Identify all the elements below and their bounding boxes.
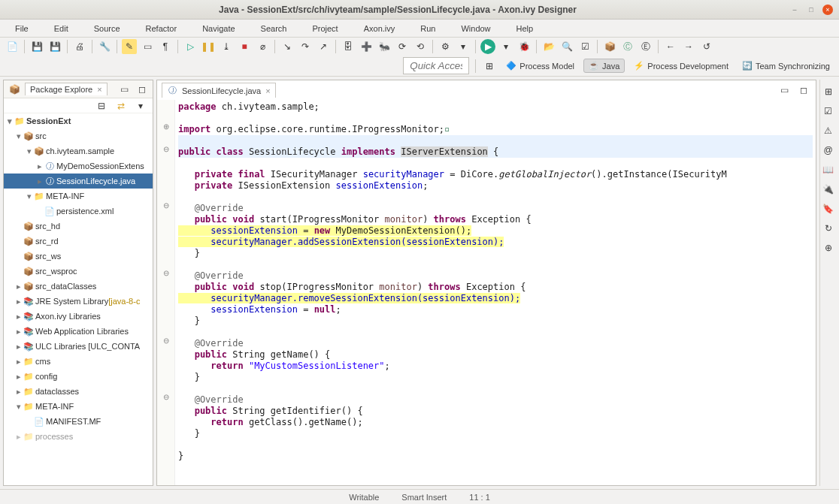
menu-file[interactable]: File bbox=[3, 23, 41, 35]
new-enum-button[interactable]: Ⓔ bbox=[638, 39, 653, 54]
menu-project[interactable]: Project bbox=[300, 23, 350, 35]
tree-axon-lib[interactable]: ▸📚Axon.ivy Libraries bbox=[4, 309, 153, 324]
connect-icon[interactable]: 🔌 bbox=[821, 182, 836, 197]
tree-manifest[interactable]: 📄MANIFEST.MF bbox=[4, 414, 153, 429]
tree-file-sessionlifecycle[interactable]: ▸ⒿSessionLifecycle.java bbox=[4, 174, 153, 189]
new-server-button[interactable]: 🗄 bbox=[341, 39, 356, 54]
save-button[interactable]: 💾 bbox=[29, 39, 44, 54]
menu-window[interactable]: Window bbox=[449, 23, 502, 35]
tree-file-mydemo[interactable]: ▸ⒿMyDemoSessionExtens bbox=[4, 158, 153, 174]
debug-step-button[interactable]: ⤓ bbox=[219, 39, 234, 54]
tree-src-hd[interactable]: 📦src_hd bbox=[4, 219, 153, 234]
minimize-view-icon[interactable]: ▭ bbox=[117, 82, 132, 97]
tree-src-wsproc[interactable]: 📦src_wsproc bbox=[4, 264, 153, 279]
tree-jre[interactable]: ▸📚JRE System Library [java-8-c bbox=[4, 294, 153, 309]
maximize-button[interactable]: □ bbox=[806, 5, 816, 15]
menu-edit[interactable]: Edit bbox=[42, 23, 80, 35]
add-deploy-button[interactable]: ➕ bbox=[359, 39, 374, 54]
perspective-java[interactable]: ☕ Java bbox=[583, 59, 625, 73]
tree-web-lib[interactable]: ▸📚Web Application Libraries bbox=[4, 324, 153, 339]
build-hier-icon[interactable]: ⊕ bbox=[821, 240, 836, 255]
source-code[interactable]: package ch.ivyteam.sample; import org.ec… bbox=[175, 100, 816, 485]
menu-help[interactable]: Help bbox=[504, 23, 546, 35]
menu-run[interactable]: Run bbox=[408, 23, 447, 35]
view-menu-icon[interactable]: ▾ bbox=[133, 98, 148, 113]
perspective-team-sync[interactable]: 🔄 Team Synchronizing bbox=[738, 59, 834, 72]
new-button[interactable]: 📄 bbox=[5, 39, 20, 54]
run-button[interactable]: ▶ bbox=[480, 39, 495, 54]
tree-src-dc[interactable]: ▸📦src_dataClasses bbox=[4, 279, 153, 294]
gutter[interactable]: ⊕ ⊖ ⊖ ⊖ ⊖ ⊖ bbox=[157, 100, 175, 485]
editor-tab[interactable]: ⒿSessionLifecycle.java × bbox=[162, 83, 276, 98]
close-tab-icon[interactable]: × bbox=[97, 85, 101, 94]
close-window-button[interactable]: × bbox=[822, 5, 833, 15]
tree-src-ws[interactable]: 📦src_ws bbox=[4, 249, 153, 264]
link-editor-icon[interactable]: ⇄ bbox=[114, 98, 129, 113]
perspective-process-dev[interactable]: ⚡ Process Development bbox=[629, 59, 733, 72]
tree-ulc-lib[interactable]: ▸📚ULC Libraries [ULC_CONTA bbox=[4, 339, 153, 354]
tree-persistence[interactable]: 📄persistence.xml bbox=[4, 204, 153, 219]
debug-terminate-button[interactable]: ■ bbox=[237, 39, 252, 54]
tree-project[interactable]: ▾📁SessionExt bbox=[4, 113, 153, 128]
open-type-button[interactable]: 📂 bbox=[541, 39, 556, 54]
whitespace-button[interactable]: ¶ bbox=[158, 39, 173, 54]
minimize-editor-icon[interactable]: ▭ bbox=[777, 83, 792, 98]
collapse-all-icon[interactable]: ⊟ bbox=[94, 98, 109, 113]
tree-metainf[interactable]: ▾📁META-INF bbox=[4, 189, 153, 204]
back-button[interactable]: ← bbox=[663, 39, 678, 54]
project-tree[interactable]: ▾📁SessionExt ▾📦src ▾📦ch.ivyteam.sample ▸… bbox=[4, 113, 153, 485]
code-editor[interactable]: ⊕ ⊖ ⊖ ⊖ ⊖ ⊖ package ch.ivyteam.sample; i… bbox=[157, 100, 816, 485]
step-return-button[interactable]: ↗ bbox=[316, 39, 331, 54]
outline-icon[interactable]: ⊞ bbox=[821, 84, 836, 99]
print-button[interactable]: 🖨 bbox=[72, 39, 87, 54]
build-button[interactable]: 🔧 bbox=[97, 39, 112, 54]
block-select-button[interactable]: ▭ bbox=[140, 39, 155, 54]
refresh-button[interactable]: ⟳ bbox=[395, 39, 410, 54]
bookmark-icon[interactable]: 🔖 bbox=[821, 201, 836, 216]
minimize-button[interactable]: – bbox=[789, 5, 800, 15]
forward-button[interactable]: → bbox=[681, 39, 696, 54]
menu-source[interactable]: Source bbox=[82, 23, 132, 35]
debug-suspend-button[interactable]: ❚❚ bbox=[201, 39, 216, 54]
tree-cms[interactable]: ▸📁cms bbox=[4, 354, 153, 369]
tasks-icon[interactable]: ☑ bbox=[821, 104, 836, 119]
declaration-icon[interactable]: @ bbox=[821, 143, 836, 158]
ant-run-button[interactable]: 🐜 bbox=[377, 39, 392, 54]
tree-config[interactable]: ▸📁config bbox=[4, 369, 153, 384]
history-icon[interactable]: ↻ bbox=[821, 221, 836, 236]
tree-package[interactable]: ▾📦ch.ivyteam.sample bbox=[4, 143, 153, 158]
toggle-highlight-button[interactable]: ✎ bbox=[122, 39, 137, 54]
new-package-button[interactable]: 📦 bbox=[602, 39, 617, 54]
tree-processes[interactable]: ▸📁processes bbox=[4, 429, 153, 444]
step-into-button[interactable]: ↘ bbox=[280, 39, 295, 54]
engine-button[interactable]: ⚙ bbox=[438, 39, 453, 54]
debug-disconnect-button[interactable]: ⌀ bbox=[255, 39, 270, 54]
step-over-button[interactable]: ↷ bbox=[298, 39, 313, 54]
save-all-button[interactable]: 💾 bbox=[47, 39, 62, 54]
run-dropdown[interactable]: ▾ bbox=[498, 39, 513, 54]
quick-access-input[interactable] bbox=[403, 57, 469, 74]
engine-dropdown[interactable]: ▾ bbox=[456, 39, 471, 54]
tree-dataclasses[interactable]: ▸📁dataclasses bbox=[4, 384, 153, 399]
tree-metainf2[interactable]: ▾📁META-INF bbox=[4, 399, 153, 414]
tree-src[interactable]: ▾📦src bbox=[4, 128, 153, 143]
menu-navigate[interactable]: Navigate bbox=[190, 23, 247, 35]
menu-search[interactable]: Search bbox=[249, 23, 299, 35]
menu-refactor[interactable]: Refactor bbox=[134, 23, 189, 35]
debug-button[interactable]: 🐞 bbox=[516, 39, 532, 54]
last-edit-button[interactable]: ↺ bbox=[699, 39, 714, 54]
problems-icon[interactable]: ⚠ bbox=[821, 123, 836, 138]
maximize-editor-icon[interactable]: ◻ bbox=[796, 83, 811, 98]
javadoc-icon[interactable]: 📖 bbox=[821, 162, 836, 177]
tree-src-rd[interactable]: 📦src_rd bbox=[4, 234, 153, 249]
search-button[interactable]: 🔍 bbox=[559, 39, 574, 54]
menu-axon[interactable]: Axon.ivy bbox=[352, 23, 407, 35]
open-task-button[interactable]: ☑ bbox=[577, 39, 592, 54]
maximize-view-icon[interactable]: ◻ bbox=[135, 82, 150, 97]
debug-resume-button[interactable]: ▷ bbox=[183, 39, 198, 54]
new-class-button[interactable]: Ⓒ bbox=[620, 39, 635, 54]
open-perspective-button[interactable]: ⊞ bbox=[482, 59, 497, 74]
perspective-process-model[interactable]: 🔷 Process Model bbox=[501, 59, 579, 72]
sync-button[interactable]: ⟲ bbox=[413, 39, 428, 54]
package-explorer-tab[interactable]: Package Explore × bbox=[25, 83, 108, 95]
